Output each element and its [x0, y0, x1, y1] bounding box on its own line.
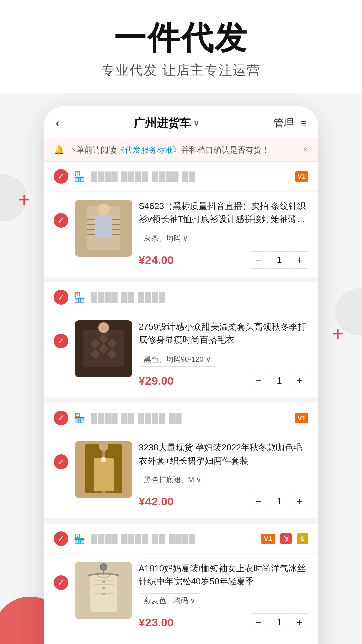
- svg-point-22: [101, 457, 106, 462]
- item-3-bottom: ¥42.00 − 1 +: [139, 493, 308, 510]
- store-icon-2: 🏪: [74, 292, 85, 303]
- item-1-increase-button[interactable]: +: [291, 251, 308, 269]
- svg-point-33: [102, 587, 105, 589]
- variant-chevron-icon-2: ∨: [206, 355, 211, 364]
- item-3-price: ¥42.00: [139, 495, 174, 508]
- item-3-image: [75, 441, 132, 498]
- store-icon-1: 🏪: [74, 171, 85, 182]
- menu-icon[interactable]: ≡: [300, 118, 306, 129]
- item-4-price: ¥23.00: [139, 616, 174, 629]
- item-1-title: S4623（黑标质量抖音直播）实拍 条纹针织衫v领长袖T恤打底衫设计感拼接灯笼袖…: [139, 200, 308, 226]
- item-1-bottom: ¥24.00 − 1 +: [139, 251, 308, 269]
- item-3-decrease-button[interactable]: −: [250, 493, 267, 510]
- seller-badge-v1-3: V1: [295, 413, 308, 423]
- svg-rect-25: [100, 564, 107, 570]
- seller-group-3: ✓ 🏪 ████ ██ ████ ██ V1 ✓: [44, 403, 318, 519]
- seller-name-4: ████ ████ ██ ████: [91, 534, 256, 544]
- item-3-variant-selector[interactable]: 黑色打底裙、M ∨: [139, 473, 206, 487]
- seller-badge-flag-4: 旗: [280, 533, 292, 544]
- item-2-checkbox[interactable]: ✓: [54, 320, 68, 348]
- notice-text: 下单前请阅读《代发服务标准》并和档口确认是否有货！: [68, 144, 299, 156]
- back-button[interactable]: ‹: [56, 116, 60, 130]
- item-2-quantity-control: − 1 +: [250, 372, 308, 389]
- bg-plus-left: +: [18, 188, 30, 211]
- item-1-decrease-button[interactable]: −: [250, 251, 267, 269]
- variant-chevron-icon-4: ∨: [190, 596, 195, 605]
- item-2-details: 2759设计感小众甜美温柔套头高领秋冬季打底修身显瘦时尚百搭毛衣 黑色、均码90…: [139, 320, 308, 389]
- item-2-bottom: ¥29.00 − 1 +: [139, 372, 308, 389]
- seller-header-3: ✓ 🏪 ████ ██ ████ ██ V1: [44, 403, 318, 433]
- item-1-details: S4623（黑标质量抖音直播）实拍 条纹针织衫v领长袖T恤打底衫设计感拼接灯笼袖…: [139, 200, 308, 269]
- cart-item-3: ✓: [44, 433, 318, 519]
- svg-point-6: [98, 204, 110, 216]
- seller-name-3: ████ ██ ████ ██: [91, 413, 290, 423]
- seller-name-2: ████ ██ ████: [91, 292, 308, 303]
- variant-chevron-icon-3: ∨: [196, 476, 201, 484]
- item-3-quantity-control: − 1 +: [250, 493, 308, 510]
- seller-1-checkbox[interactable]: ✓: [54, 169, 68, 184]
- item-2-price: ¥29.00: [139, 374, 174, 387]
- seller-group-1: ✓ 🏪 ████ ████ ████ ██ V1 ✓: [44, 162, 318, 277]
- header-section: 一件代发 专业代发 让店主专注运营: [0, 0, 362, 93]
- item-2-quantity: 1: [267, 372, 291, 389]
- item-2-variant-selector[interactable]: 黑色、均码90-120 ∨: [139, 352, 216, 367]
- item-1-quantity: 1: [267, 251, 291, 269]
- svg-rect-7: [95, 215, 112, 238]
- page-subtitle: 专业代发 让店主专注运营: [13, 61, 349, 79]
- item-4-variant-selector[interactable]: 燕麦色、均码 ∨: [139, 593, 200, 608]
- store-icon-4: 🏪: [74, 533, 85, 544]
- seller-header-4: ✓ 🏪 ████ ████ ██ ████ V1 旗 金: [44, 524, 318, 554]
- item-4-bottom: ¥23.00 − 1 +: [139, 613, 308, 631]
- item-4-decrease-button[interactable]: −: [250, 613, 267, 631]
- item-3-title: 3238大量现货 孕妇装2022年秋冬款咖色毛衣外套+织长裙孕妇两件套装: [139, 441, 308, 467]
- item-3-increase-button[interactable]: +: [291, 493, 308, 510]
- seller-badge-v1-1: V1: [295, 171, 308, 182]
- svg-point-23: [99, 442, 108, 451]
- cart-title-label: 广州进货车: [134, 116, 191, 131]
- store-icon-3: 🏪: [74, 413, 85, 424]
- bg-plus-right: +: [332, 322, 344, 345]
- item-3-details: 3238大量现货 孕妇装2022年秋冬款咖色毛衣外套+织长裙孕妇两件套装 黑色打…: [139, 441, 308, 510]
- bell-icon: 🔔: [54, 145, 64, 155]
- notice-link[interactable]: 《代发服务标准》: [117, 145, 181, 154]
- seller-group-2: ✓ 🏪 ████ ██ ████ ✓: [44, 282, 318, 398]
- seller-header-1: ✓ 🏪 ████ ████ ████ ██ V1: [44, 162, 318, 192]
- page-main-title: 一件代发: [13, 20, 349, 56]
- navbar: ‹ 广州进货车 ∨ 管理 ≡: [44, 106, 318, 138]
- item-2-increase-button[interactable]: +: [291, 372, 308, 389]
- svg-rect-21: [94, 458, 114, 491]
- svg-point-34: [102, 593, 105, 595]
- item-4-image: [75, 562, 132, 619]
- seller-badge-gold-4: 金: [297, 533, 308, 544]
- notice-bar: 🔔 下单前请阅读《代发服务标准》并和档口确认是否有货！ ×: [44, 138, 318, 162]
- manage-button[interactable]: 管理: [274, 116, 294, 130]
- variant-chevron-icon: ∨: [183, 234, 188, 243]
- notice-close-button[interactable]: ×: [303, 144, 308, 155]
- item-4-increase-button[interactable]: +: [291, 613, 308, 631]
- cart-item-2: ✓: [44, 312, 318, 398]
- item-1-variant-selector[interactable]: 灰条、均码 ∨: [139, 231, 193, 246]
- phone-mock-container: ‹ 广州进货车 ∨ 管理 ≡ 🔔 下单前请阅读《代发服务标准》并和档口确认是否有…: [44, 106, 318, 644]
- seller-group-4: ✓ 🏪 ████ ████ ██ ████ V1 旗 金 ✓: [44, 524, 318, 639]
- item-4-quantity: 1: [267, 613, 291, 631]
- item-1-image: [75, 200, 132, 257]
- item-2-decrease-button[interactable]: −: [250, 372, 267, 389]
- seller-3-checkbox[interactable]: ✓: [54, 411, 68, 425]
- svg-point-16: [98, 322, 109, 333]
- navbar-title-group[interactable]: 广州进货车 ∨: [134, 116, 199, 131]
- item-4-quantity-control: − 1 +: [250, 613, 308, 631]
- item-1-price: ¥24.00: [139, 254, 174, 267]
- seller-name-1: ████ ████ ████ ██: [91, 171, 290, 182]
- navbar-right-group: 管理 ≡: [274, 116, 306, 130]
- svg-point-32: [102, 581, 105, 583]
- seller-2-checkbox[interactable]: ✓: [54, 290, 68, 305]
- item-1-checkbox[interactable]: ✓: [54, 200, 68, 228]
- seller-4-checkbox[interactable]: ✓: [54, 531, 68, 546]
- seller-badge-v1-4: V1: [261, 534, 275, 544]
- item-4-checkbox[interactable]: ✓: [54, 562, 68, 590]
- item-1-quantity-control: − 1 +: [250, 251, 308, 269]
- item-3-checkbox[interactable]: ✓: [54, 441, 68, 469]
- cart-item-4: ✓: [44, 554, 318, 639]
- item-3-quantity: 1: [267, 493, 291, 510]
- item-2-title: 2759设计感小众甜美温柔套头高领秋冬季打底修身显瘦时尚百搭毛衣: [139, 320, 308, 346]
